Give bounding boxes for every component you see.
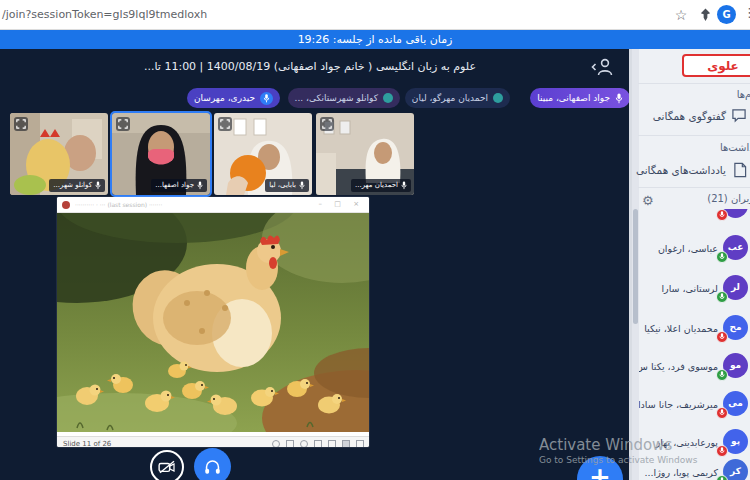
- call-status-icon: [716, 407, 728, 419]
- sidebar: علوی پیام‌ها گفتوگوی همگانی یادداشت‌ها ی…: [632, 49, 750, 480]
- mic-icon: [299, 181, 305, 190]
- call-status-icon: [716, 369, 728, 381]
- speaker-badge[interactable]: احمدیان مهرگو، لیان: [405, 88, 510, 108]
- slide-view-icon[interactable]: [314, 440, 322, 447]
- speaker-badge[interactable]: کوانلو شهرستانکی، ...: [288, 88, 400, 108]
- users-section-label: کاربران (21): [707, 193, 750, 204]
- messages-section-label: پیام‌ها: [737, 89, 750, 100]
- user-row[interactable]: میرشریف، جانا سادا... می: [639, 389, 750, 423]
- url-bar[interactable]: /join?sessionToken=gls9lql9tmedloxh: [2, 8, 207, 21]
- status-dot-icon: [493, 93, 503, 103]
- user-name: عباسی، ارغوان: [658, 243, 718, 254]
- camera-off-button[interactable]: [150, 450, 184, 480]
- video-name-label: کوانلو شهر...: [49, 179, 105, 192]
- user-row[interactable]: محمدیان اعلا، نیکیا مح: [639, 313, 750, 347]
- call-status-icon: [716, 251, 728, 263]
- slide-statusbar: Slide 11 of 26: [57, 436, 369, 447]
- extension-pin-icon[interactable]: [699, 8, 712, 22]
- video-name-label: بابایی، لیا: [265, 179, 309, 192]
- user-name: میرشریف، جانا سادا...: [639, 399, 718, 410]
- slide-menu-icon[interactable]: [356, 440, 364, 447]
- presentation-window[interactable]: ·········· · ··· (last session) ······· …: [57, 197, 369, 447]
- camera-off-icon: [158, 460, 176, 474]
- status-dot-icon: [383, 93, 393, 103]
- slide-photo-hen-and-chicks: [57, 213, 369, 432]
- mic-icon: [197, 181, 203, 190]
- mic-icon: [615, 93, 623, 104]
- headphones-icon: [204, 459, 221, 475]
- user-name: پورعابدینی، بهار: [656, 437, 718, 448]
- expand-icon[interactable]: [14, 117, 28, 131]
- session-timer-banner: زمان باقی مانده از جلسه: 19:26: [0, 30, 750, 49]
- browser-profile-avatar[interactable]: G: [717, 5, 736, 24]
- slide-prev-icon[interactable]: [272, 440, 280, 447]
- speaker-badge[interactable]: حیدری، مهرسان: [187, 88, 280, 108]
- slide-counter: Slide 11 of 26: [63, 440, 111, 447]
- video-name-label: احمدیان مهر...: [351, 179, 411, 192]
- user-list: عباسی، ارغوان عب لرستانی، سارا لر محمدیا…: [639, 209, 750, 480]
- slide-play-icon[interactable]: [300, 440, 308, 447]
- note-file-icon: [733, 162, 747, 178]
- notes-section-label: یادداشت‌ها: [720, 142, 750, 153]
- session-title: علوم به زبان انگلیسی ( خانم جواد اصفهانی…: [0, 60, 620, 73]
- call-status-icon: [716, 331, 728, 343]
- divider: [638, 135, 750, 136]
- sidebar-item-label: گفتوگوی همگانی: [653, 110, 726, 122]
- chat-bubble-icon: [731, 108, 747, 123]
- presentation-title-text: ·········· · ··· (last session) ·······: [75, 201, 162, 208]
- audio-button[interactable]: [194, 448, 231, 480]
- user-name: موسوی فرد، یکتا س...: [639, 361, 718, 372]
- video-name-label: جواد اصفها...: [151, 179, 207, 192]
- participants-icon[interactable]: [590, 58, 614, 76]
- divider: [638, 187, 750, 188]
- user-row[interactable]: پورعابدینی، بهار پو: [639, 427, 750, 461]
- video-thumbnail[interactable]: کوانلو شهر...: [10, 113, 108, 195]
- sidebar-item-public-notes[interactable]: یادداشت‌های همگانی: [632, 160, 750, 182]
- window-controls[interactable]: – □ ×: [319, 200, 364, 208]
- divider: [638, 83, 750, 84]
- browser-menu-icon[interactable]: ⋮: [743, 5, 750, 20]
- call-status-icon: [716, 445, 728, 457]
- user-row[interactable]: کریمی پویا، روژا... کر: [639, 457, 750, 480]
- mic-icon: [260, 92, 273, 105]
- slide-fit-icon[interactable]: [328, 440, 336, 447]
- school-badge: علوی: [682, 54, 750, 77]
- user-row[interactable]: موسوی فرد، یکتا س... مو: [639, 351, 750, 385]
- speaker-badge-label: احمدیان مهرگو، لیان: [412, 93, 488, 103]
- call-status-icon: [716, 475, 728, 480]
- speaker-badge[interactable]: جواد اصفهانی، مبینا: [530, 88, 630, 108]
- video-thumbnail[interactable]: احمدیان مهر...: [316, 113, 414, 195]
- slide-grid-icon[interactable]: [342, 440, 350, 447]
- gear-icon[interactable]: ⚙: [642, 193, 654, 208]
- call-status-icon: [716, 291, 728, 303]
- bookmark-star-icon[interactable]: ☆: [672, 6, 690, 24]
- user-name: لرستانی، سارا: [661, 283, 718, 294]
- user-row[interactable]: لرستانی، سارا لر: [639, 273, 750, 307]
- speaker-badge-label: جواد اصفهانی، مبینا: [537, 93, 610, 103]
- speaker-badge-label: کوانلو شهرستانکی، ...: [295, 93, 378, 103]
- sidebar-item-public-chat[interactable]: گفتوگوی همگانی: [632, 106, 750, 128]
- mic-icon: [401, 181, 407, 190]
- add-button[interactable]: +: [577, 456, 623, 480]
- user-row[interactable]: عباسی، ارغوان عب: [639, 233, 750, 267]
- slide-pages-icon[interactable]: [286, 440, 294, 447]
- document-icon: [62, 201, 70, 209]
- expand-icon[interactable]: [218, 117, 232, 131]
- expand-icon[interactable]: [116, 117, 130, 131]
- browser-toolbar: /join?sessionToken=gls9lql9tmedloxh ☆ G …: [0, 0, 750, 30]
- expand-icon[interactable]: [320, 117, 334, 131]
- video-thumbnail[interactable]: بابایی، لیا: [214, 113, 312, 195]
- user-name: محمدیان اعلا، نیکیا: [644, 323, 718, 334]
- call-status-icon: [716, 209, 728, 221]
- user-row-partial[interactable]: [639, 209, 750, 225]
- speaker-badge-label: حیدری، مهرسان: [194, 93, 255, 103]
- presentation-titlebar: ·········· · ··· (last session) ······· …: [57, 197, 369, 213]
- sidebar-scrollbar-thumb[interactable]: [633, 209, 638, 324]
- mic-icon: [95, 181, 101, 190]
- sidebar-item-label: یادداشت‌های همگانی: [636, 164, 726, 176]
- video-thumbnail-active[interactable]: جواد اصفها...: [112, 113, 210, 195]
- user-name: کریمی پویا، روژا...: [645, 467, 718, 478]
